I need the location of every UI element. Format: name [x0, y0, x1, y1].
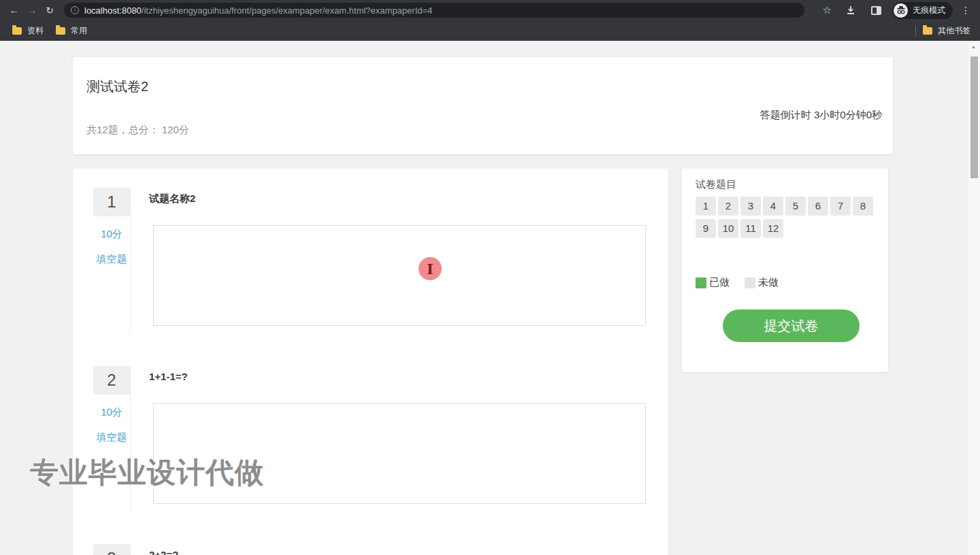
incognito-icon: [894, 3, 908, 18]
download-icon[interactable]: [845, 5, 856, 16]
bookmark-label: 常用: [71, 25, 87, 37]
question-number-box: 2: [93, 366, 130, 394]
other-bookmarks-label: 其他书签: [938, 25, 970, 37]
question-title: 试题名称2: [149, 188, 646, 205]
question-list: 1 10分 填空题 试题名称2 2 10分 填空题 1+1-1=? 3 2+2=…: [73, 188, 668, 555]
question-nav-button[interactable]: 6: [808, 197, 828, 216]
undone-swatch: [745, 278, 755, 288]
exam-header-card: 测试试卷2 共12题，总分： 120分 答题倒计时 3小时0分钟0秒: [73, 57, 893, 154]
page-scrollbar[interactable]: [968, 41, 980, 555]
question-nav-button[interactable]: 4: [763, 197, 783, 216]
bookmark-label: 资料: [27, 25, 44, 37]
question-nav-button[interactable]: 3: [740, 197, 761, 216]
folder-icon: [923, 27, 932, 35]
bookmark-star-icon[interactable]: [823, 4, 832, 16]
answer-textarea[interactable]: [153, 403, 646, 504]
question-block: 1 10分 填空题 试题名称2: [73, 188, 668, 333]
question-number-box: 1: [93, 188, 130, 216]
question-content-column: 2+2=?: [131, 544, 668, 555]
browser-toolbar: localhost:8080/itzhiyeshengyaguihua/fron…: [0, 0, 980, 20]
question-nav-card: 试卷题目 123456789101112 已做 未做 提交试卷: [682, 169, 888, 372]
question-content-column: 1+1-1=?: [131, 366, 668, 511]
side-panel-icon[interactable]: [871, 6, 881, 15]
exam-page: 测试试卷2 共12题，总分： 120分 答题倒计时 3小时0分钟0秒 1 10分…: [0, 41, 980, 555]
folder-icon: [56, 27, 65, 35]
question-type: 填空题: [93, 431, 130, 444]
question-block: 3 2+2=?: [73, 544, 668, 555]
question-score: 10分: [93, 405, 130, 419]
question-area-card: 1 10分 填空题 试题名称2 2 10分 填空题 1+1-1=? 3 2+2=…: [73, 169, 668, 555]
bookmarks-divider: [915, 25, 916, 36]
legend-label: 未做: [758, 276, 779, 289]
url-path: /itzhiyeshengyaguihua/front/pages/exampa…: [142, 5, 432, 16]
question-nav-button[interactable]: 8: [853, 197, 873, 216]
question-nav-button[interactable]: 11: [740, 219, 761, 238]
question-nav-grid: 123456789101112: [696, 197, 875, 238]
question-type: 填空题: [93, 252, 130, 266]
question-nav-button[interactable]: 9: [696, 219, 716, 238]
question-meta-column: 3: [73, 544, 131, 555]
question-nav-button[interactable]: 12: [763, 219, 783, 238]
question-block: 2 10分 填空题 1+1-1=?: [73, 366, 668, 511]
question-nav-button[interactable]: 1: [696, 197, 716, 216]
question-nav-button[interactable]: 10: [718, 219, 738, 238]
question-nav-button[interactable]: 5: [785, 197, 806, 216]
back-icon[interactable]: [5, 0, 23, 20]
exam-summary: 共12题，总分： 120分: [86, 124, 879, 137]
question-content-column: 试题名称2: [131, 188, 668, 333]
question-meta-column: 1 10分 填空题: [73, 188, 131, 333]
url-host: localhost:8080: [84, 5, 142, 16]
site-info-icon[interactable]: [71, 6, 79, 14]
question-title: 1+1-1=?: [149, 366, 646, 384]
done-swatch: [696, 278, 706, 288]
legend-label: 已做: [709, 276, 730, 289]
forward-icon[interactable]: [23, 0, 41, 20]
address-bar[interactable]: localhost:8080/itzhiyeshengyaguihua/fron…: [64, 3, 804, 18]
incognito-label: 无痕模式: [913, 5, 945, 16]
bookmark-folder-ziliao[interactable]: 资料: [12, 25, 44, 37]
question-nav-button[interactable]: 2: [718, 197, 738, 216]
exam-title: 测试试卷2: [86, 78, 879, 95]
question-number-box: 3: [93, 544, 130, 555]
question-meta-column: 2 10分 填空题: [73, 366, 131, 511]
reload-icon[interactable]: [41, 0, 59, 20]
question-title: 2+2=?: [149, 544, 646, 555]
bookmarks-bar: 资料 常用 其他书签: [0, 20, 980, 41]
bookmark-folder-changyong[interactable]: 常用: [56, 25, 87, 37]
menu-icon[interactable]: [961, 5, 970, 16]
legend-item: 已做: [696, 276, 730, 289]
scroll-up-icon[interactable]: [971, 44, 976, 49]
countdown-timer: 答题倒计时 3小时0分钟0秒: [760, 109, 882, 122]
scrollbar-thumb[interactable]: [970, 56, 978, 178]
other-bookmarks[interactable]: 其他书签: [923, 25, 970, 37]
folder-icon: [12, 27, 22, 35]
question-score: 10分: [93, 227, 130, 241]
question-nav-button[interactable]: 7: [830, 197, 851, 216]
status-legend: 已做 未做: [696, 276, 875, 289]
incognito-badge: 无痕模式: [892, 2, 953, 19]
legend-item: 未做: [745, 276, 779, 289]
question-nav-title: 试卷题目: [696, 178, 875, 191]
answer-textarea[interactable]: [153, 225, 646, 326]
submit-exam-button[interactable]: 提交试卷: [723, 309, 860, 342]
